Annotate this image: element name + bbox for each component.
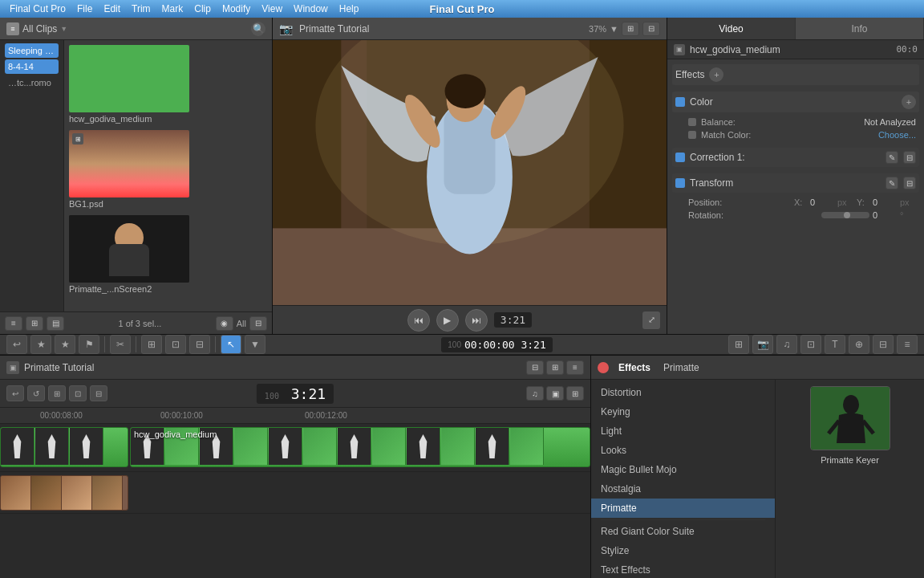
menu-help[interactable]: Help (334, 2, 364, 16)
tool-camera[interactable]: 📷 (752, 335, 773, 354)
zoom-control[interactable]: 37% ▼ ⊞ ⊟ (589, 22, 660, 36)
skip-back-btn[interactable]: ⏮ (407, 309, 430, 332)
transform-edit-btn[interactable]: ✎ (886, 177, 898, 189)
tool-undo[interactable]: ↩ (6, 335, 27, 354)
clips-sidebar: Sleeping Giant 8-4-14 …tc...romo (0, 40, 64, 311)
tab-info[interactable]: Info (796, 18, 924, 39)
effects-add-btn[interactable]: + (709, 67, 723, 82)
zoom-dropdown-icon[interactable]: ▼ (610, 24, 618, 34)
eff-nostalgia[interactable]: Nostalgia (591, 479, 775, 499)
tl-tool-btn4[interactable]: ⊡ (69, 385, 87, 401)
eff-keying[interactable]: Keying (591, 402, 775, 421)
balance-dot[interactable] (688, 118, 696, 126)
skip-forward-btn[interactable]: ⏭ (465, 309, 488, 332)
menu-fcp[interactable]: Final Cut Pro (5, 2, 71, 16)
eff-light[interactable]: Light (591, 421, 775, 441)
tool-crop[interactable]: ⊡ (800, 335, 821, 354)
match-dot[interactable] (688, 131, 696, 139)
tl-tool-btn5[interactable]: ⊟ (90, 385, 107, 401)
menu-clip[interactable]: Clip (189, 2, 216, 16)
tl-collapse-btn[interactable]: ⊟ (526, 360, 544, 375)
tl-expand-btn[interactable]: ⊞ (546, 360, 564, 375)
correction-edit-btn[interactable]: ✎ (886, 151, 898, 164)
tool-select-drop[interactable]: ▼ (245, 335, 265, 354)
zoom-options-btn[interactable]: ⊟ (642, 22, 660, 36)
tool-audio[interactable]: ♫ (776, 335, 797, 354)
transform-save-btn[interactable]: ⊟ (903, 177, 916, 189)
tool-generator[interactable]: ⊕ (849, 335, 869, 354)
correction-enable-dot[interactable] (675, 153, 685, 162)
menu-file[interactable]: File (72, 2, 97, 16)
track-clip-main[interactable]: hcw_godiva_medium (130, 427, 590, 467)
clip-item-bg1[interactable]: ⊞ BG1.psd (69, 130, 267, 209)
rotation-slider[interactable] (821, 212, 869, 218)
eff-primatte[interactable]: Primatte (591, 499, 775, 518)
clips-dropdown-icon[interactable]: ▼ (60, 25, 67, 33)
inspector-panel: Video Info ▣ hcw_godiva_medium 00:0 Effe… (667, 18, 924, 334)
match-color-btn[interactable]: Choose... (878, 130, 916, 140)
menu-modify[interactable]: Modify (217, 2, 255, 16)
menu-mark[interactable]: Mark (157, 2, 188, 16)
tool-blade[interactable]: ✂ (110, 335, 131, 354)
tl-fps: 100 (265, 392, 279, 401)
clip-item-godiva[interactable]: hcw_godiva_medium (69, 45, 267, 124)
tool-select[interactable]: ↖ (221, 335, 241, 354)
tool-ingest[interactable]: ⊞ (728, 335, 749, 354)
tl-options-btn[interactable]: ≡ (566, 360, 584, 375)
view-grid-btn[interactable]: ⊞ (26, 316, 43, 331)
menu-edit[interactable]: Edit (99, 2, 125, 16)
eff-distortion[interactable]: Distortion (591, 383, 775, 402)
tool-inspector-btn[interactable]: ⊟ (873, 335, 894, 354)
clips-search-button[interactable]: 🔍 (251, 22, 265, 36)
zoom-fit-btn[interactable]: ⊞ (622, 22, 639, 36)
effects-tab-effects[interactable]: Effects (615, 362, 654, 373)
color-enable-dot[interactable] (675, 97, 685, 107)
x-label: X: (794, 197, 807, 207)
clip-item-primatte[interactable]: Primatte_...nScreen2 (69, 215, 267, 294)
tool-title[interactable]: T (825, 335, 845, 354)
effects-close-btn[interactable]: ✕ (598, 362, 609, 373)
tool-flag[interactable]: ⚑ (79, 335, 99, 354)
eff-text[interactable]: Text Effects (591, 560, 775, 578)
view-filmstrip-btn[interactable]: ▤ (47, 316, 64, 331)
menu-trim[interactable]: Trim (127, 2, 156, 16)
play-btn[interactable]: ▶ (436, 309, 459, 332)
tool-transform[interactable]: ⊞ (141, 335, 162, 354)
sidebar-item-sleeping-giant[interactable]: Sleeping Giant (5, 43, 59, 58)
correction-save-btn[interactable]: ⊟ (903, 151, 916, 164)
effects-tab-primatte[interactable]: Primatte (660, 362, 703, 373)
tool-clip-trim[interactable]: ⊡ (165, 335, 186, 354)
color-add-btn[interactable]: + (902, 95, 916, 109)
tl-tool-btn3[interactable]: ⊞ (48, 385, 66, 401)
tl-video-btn[interactable]: ▣ (546, 386, 564, 401)
fullscreen-btn[interactable]: ⤢ (642, 311, 660, 329)
view-list-btn[interactable]: ≡ (5, 316, 22, 331)
transform-enable-dot[interactable] (675, 178, 685, 188)
tool-rate[interactable]: ★ (55, 335, 75, 354)
y-value: 0 (873, 197, 897, 207)
tl-tool-btn1[interactable]: ↩ (6, 385, 24, 401)
tool-more[interactable]: ⊟ (189, 335, 210, 354)
clips-options-btn[interactable]: ⊟ (249, 316, 267, 331)
time-marker-1: 00:00:08:00 (40, 411, 83, 420)
sidebar-item-promo[interactable]: …tc...romo (5, 75, 59, 90)
menu-window[interactable]: Window (289, 2, 333, 16)
sidebar-item-date[interactable]: 8-4-14 (5, 59, 59, 74)
filter-btn[interactable]: ◉ (216, 316, 233, 331)
menu-view[interactable]: View (257, 2, 287, 16)
track-clip-left[interactable] (0, 427, 128, 467)
y-label: Y: (857, 197, 869, 207)
eff-red-giant[interactable]: Red Giant Color Suite (591, 522, 775, 541)
color-section-header: Color + (672, 92, 919, 112)
tl-tool-btn2[interactable]: ↺ (27, 385, 45, 401)
tab-video[interactable]: Video (667, 18, 796, 39)
eff-looks[interactable]: Looks (591, 441, 775, 460)
tl-link-btn[interactable]: ⊞ (566, 386, 584, 401)
match-color-row: Match Color: Choose... (672, 128, 919, 141)
tool-star[interactable]: ★ (30, 335, 51, 354)
eff-stylize[interactable]: Stylize (591, 541, 775, 560)
eff-magic-bullet[interactable]: Magic Bullet Mojo (591, 460, 775, 479)
tl-audio-btn[interactable]: ♫ (526, 386, 544, 401)
tool-effects-btn[interactable]: ≡ (897, 335, 918, 354)
track-clip-2[interactable] (0, 475, 128, 511)
